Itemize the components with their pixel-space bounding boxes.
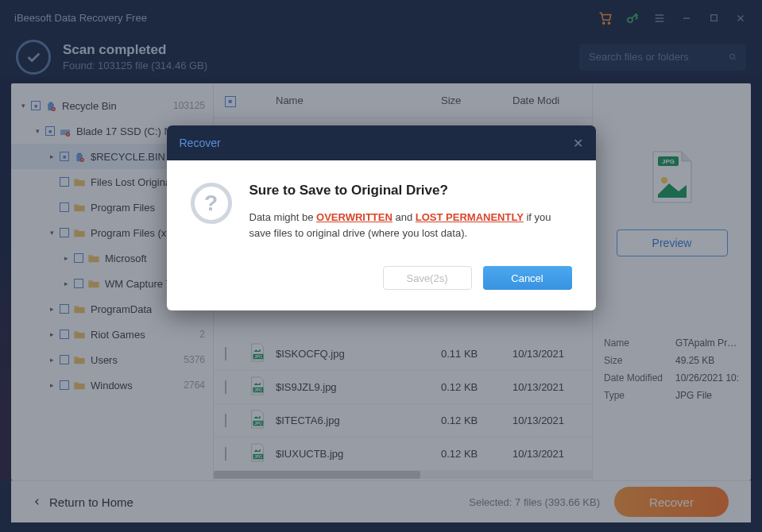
modal-heading: Sure to Save to Original Drive? xyxy=(249,183,572,199)
modal-message: Data might be OVERWRITTEN and LOST PERMA… xyxy=(249,210,572,241)
cancel-button[interactable]: Cancel xyxy=(483,266,572,290)
save-button[interactable]: Save(2s) xyxy=(383,266,472,290)
modal-close-icon[interactable]: ✕ xyxy=(573,136,583,151)
question-icon: ? xyxy=(191,183,232,224)
modal-title-small: Recover xyxy=(180,137,221,149)
confirm-dialog: Recover ✕ ? Sure to Save to Original Dri… xyxy=(167,125,596,310)
modal-overlay: Recover ✕ ? Sure to Save to Original Dri… xyxy=(0,0,762,532)
